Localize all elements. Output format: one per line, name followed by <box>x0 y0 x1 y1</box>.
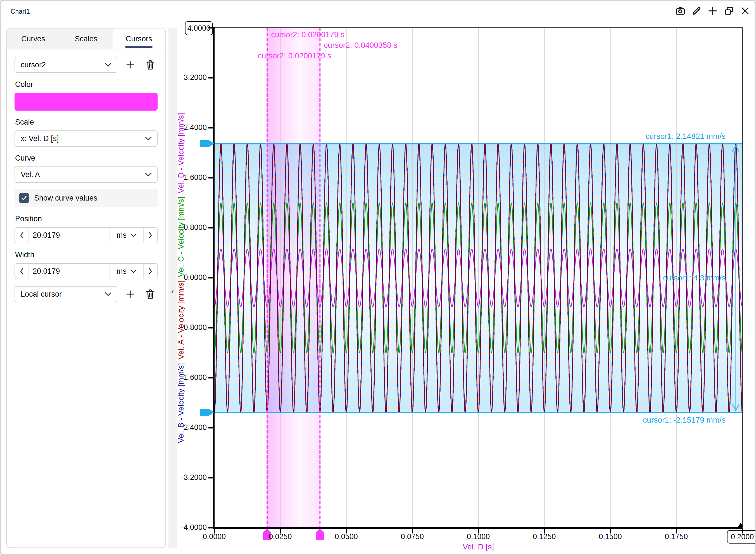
y-axis-title-vel-c: Vel. C - Velocity [mm/s] <box>176 197 185 277</box>
width-stepper: 20.0179 ms <box>14 263 158 279</box>
chevron-left-icon <box>19 231 24 239</box>
x-axis-title: Vel. D [s] <box>442 543 515 551</box>
y-axis-tick <box>208 227 213 228</box>
y-axis-tick <box>208 127 213 128</box>
toolbar <box>675 6 750 16</box>
tab-bar: Curves Scales Cursors <box>7 29 165 49</box>
y-axis-title-vel-a: Vel. A - Velocity [mm/s] <box>176 281 185 359</box>
y-axis-tick <box>208 477 213 478</box>
y-axis-tick-label: 0.8000 <box>175 223 207 232</box>
chevron-down-icon <box>104 292 112 296</box>
y-axis-tick <box>208 27 213 29</box>
trash-icon <box>145 60 155 70</box>
cursor2-position-label: cursor2: 0.0200179 s <box>271 30 344 39</box>
cursor-settings-panel: Curves Scales Cursors cursor2 <box>6 28 166 548</box>
cursor2-right-handle[interactable] <box>316 529 324 541</box>
cursor2-width-label: cursor2: 0.0200179 s <box>258 51 331 60</box>
chevron-left-icon <box>19 267 24 275</box>
cursor-type-select-value: Local cursor <box>21 290 62 299</box>
tab-cursors[interactable]: Cursors <box>113 29 165 49</box>
x-axis-tick-label: 0.0000 <box>192 532 237 541</box>
chevron-right-icon <box>148 267 153 275</box>
trash-icon <box>145 289 155 299</box>
y-axis-tick <box>208 527 213 528</box>
plot-top-border <box>214 27 743 28</box>
width-input[interactable]: 20.0179 <box>29 264 110 279</box>
y-axis-tick-label: -1.6000 <box>175 373 207 382</box>
x-axis-tick-label: 0.1000 <box>456 532 501 541</box>
chevron-down-icon <box>130 233 137 237</box>
y-axis-tick <box>208 377 213 379</box>
window-title: Chart1 <box>11 8 30 15</box>
cursor-select-value: cursor2 <box>21 60 46 69</box>
chart-window: Chart1 <box>0 0 756 555</box>
cursor1-min-label: cursor1: -2.15179 mm/s <box>643 416 725 425</box>
x-axis-tick <box>742 529 743 533</box>
delete-local-cursor-button[interactable] <box>143 287 158 301</box>
close-button[interactable] <box>740 6 750 16</box>
y-max-value: 4.0000 <box>187 24 211 33</box>
y-axis-tick <box>208 427 213 428</box>
duplicate-button[interactable] <box>724 6 734 16</box>
position-increment-button[interactable] <box>143 228 157 243</box>
y-axis-tick-label: 1.6000 <box>175 173 207 182</box>
cursor1-bottom-handle[interactable] <box>199 409 214 416</box>
tab-cursors-label: Cursors <box>126 35 152 43</box>
width-decrement-button[interactable] <box>15 264 29 279</box>
color-label: Color <box>15 80 158 89</box>
width-label: Width <box>15 251 158 259</box>
position-decrement-button[interactable] <box>15 228 29 243</box>
plus-icon <box>708 6 718 16</box>
scale-select[interactable]: x: Vel. D [s] <box>14 130 158 146</box>
tab-scales[interactable]: Scales <box>59 29 112 49</box>
y-axis-tick <box>208 177 213 178</box>
x-max-value: 0.2000 <box>731 532 754 541</box>
chevron-down-icon <box>145 136 152 141</box>
tab-curves[interactable]: Curves <box>7 29 59 49</box>
collapse-panel-chevron-icon[interactable]: ‹ <box>171 286 174 296</box>
add-cursor-button[interactable] <box>123 57 137 72</box>
y-axis-tick <box>208 327 213 329</box>
width-unit-label: ms <box>117 267 127 276</box>
position-unit-label: ms <box>117 231 127 240</box>
cursor-select[interactable]: cursor2 <box>14 57 117 73</box>
chevron-right-icon <box>148 231 153 239</box>
color-swatch[interactable] <box>14 93 158 111</box>
x-max-box[interactable]: 0.2000 <box>727 530 756 544</box>
edit-button[interactable] <box>691 6 702 16</box>
panel-splitter[interactable]: ‹ <box>168 28 177 548</box>
y-axis-tick-label: 3.2000 <box>175 73 207 82</box>
y-axis-tick-label: 2.4000 <box>175 123 207 132</box>
add-button[interactable] <box>707 6 718 16</box>
check-icon <box>21 195 27 201</box>
position-stepper: 20.0179 ms <box>14 227 158 243</box>
active-tab-underline <box>125 46 153 48</box>
x-axis-end-arrow <box>738 523 744 527</box>
chevron-down-icon <box>104 62 112 67</box>
scale-select-value: x: Vel. D [s] <box>21 134 59 143</box>
y-axis-tick-label: -3.2000 <box>175 473 207 482</box>
cursor-type-select[interactable]: Local cursor <box>14 286 117 302</box>
curve-select[interactable]: Vel. A <box>14 167 158 183</box>
x-axis-tick-label: 0.0250 <box>258 532 302 541</box>
delete-cursor-button[interactable] <box>143 57 158 72</box>
x-axis-tick-label: 0.1250 <box>522 532 566 541</box>
show-curve-values-checkbox[interactable] <box>19 193 29 203</box>
scale-label: Scale <box>15 118 158 127</box>
show-curve-values-label: Show curve values <box>34 194 97 203</box>
add-local-cursor-button[interactable] <box>123 287 137 301</box>
width-unit-select[interactable]: ms <box>110 264 143 279</box>
cursor1-top-handle[interactable] <box>199 140 214 147</box>
width-increment-button[interactable] <box>143 264 157 279</box>
y-axis-tick-label: -0.8000 <box>175 323 207 332</box>
plus-icon <box>125 60 135 70</box>
tab-curves-label: Curves <box>21 35 45 43</box>
x-axis-tick-label: 0.1500 <box>588 532 633 541</box>
x-axis-tick-label: 0.0500 <box>324 532 369 541</box>
camera-button[interactable] <box>675 6 685 16</box>
close-icon <box>740 6 750 16</box>
position-unit-select[interactable]: ms <box>110 228 143 243</box>
duplicate-icon <box>724 6 734 16</box>
y-axis-tick-label: -2.4000 <box>175 423 207 432</box>
position-input[interactable]: 20.0179 <box>29 228 110 243</box>
